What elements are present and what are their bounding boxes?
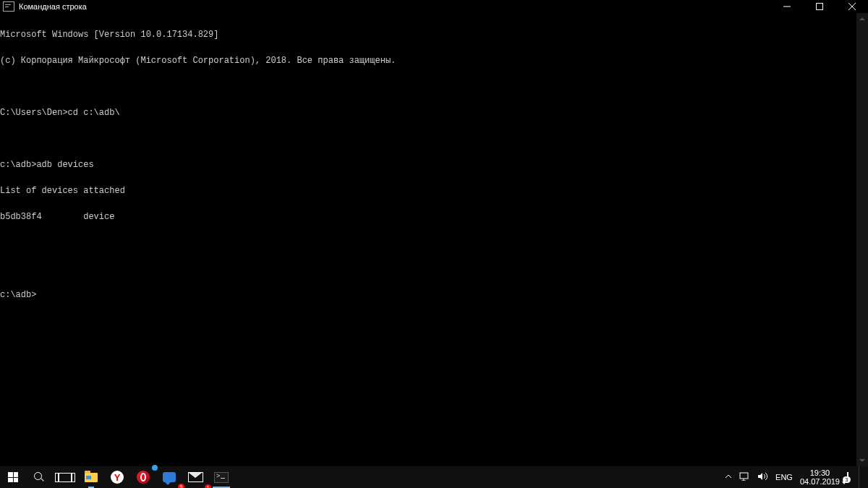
svg-marker-7 bbox=[758, 473, 762, 480]
clock-date: 04.07.2019 bbox=[800, 477, 840, 486]
terminal-line bbox=[0, 265, 856, 273]
tray-overflow-button[interactable] bbox=[725, 473, 732, 481]
terminal-line: List of devices attached bbox=[0, 187, 856, 195]
cmd-window: Командная строка Microsoft Windows [Vers… bbox=[0, 0, 868, 466]
volume-icon[interactable] bbox=[757, 472, 768, 482]
terminal-line bbox=[0, 82, 856, 91]
system-tray: ENG 19:30 04.07.2019 3 bbox=[720, 466, 868, 488]
yandex-icon: Y bbox=[111, 471, 124, 484]
close-button[interactable] bbox=[835, 0, 868, 13]
chevron-up-icon bbox=[725, 473, 732, 480]
taskbar-app-cmd[interactable] bbox=[208, 466, 234, 488]
titlebar[interactable]: Командная строка bbox=[0, 0, 868, 13]
start-button[interactable] bbox=[0, 466, 26, 488]
task-view-icon bbox=[59, 473, 72, 482]
network-icon[interactable] bbox=[739, 472, 750, 482]
search-icon bbox=[34, 472, 44, 482]
search-button[interactable] bbox=[26, 466, 52, 488]
window-controls bbox=[770, 0, 868, 13]
opera-icon bbox=[137, 471, 150, 484]
scroll-up-button[interactable] bbox=[856, 13, 868, 25]
maximize-button[interactable] bbox=[803, 0, 835, 13]
terminal-line bbox=[0, 134, 856, 143]
svg-rect-4 bbox=[740, 473, 748, 479]
task-view-button[interactable] bbox=[52, 466, 78, 488]
terminal-line: c:\adb>adb devices bbox=[0, 160, 856, 169]
terminal-line: b5db38f4 device bbox=[0, 213, 856, 221]
terminal-output[interactable]: Microsoft Windows [Version 10.0.17134.82… bbox=[0, 13, 856, 466]
window-title: Командная строка bbox=[19, 2, 87, 11]
terminal-line: Microsoft Windows [Version 10.0.17134.82… bbox=[0, 30, 856, 39]
taskbar: Y 9 1 ENG 19:30 04.07.2019 3 bbox=[0, 466, 868, 488]
action-center-badge: 3 bbox=[843, 476, 851, 483]
show-desktop-button[interactable] bbox=[859, 466, 864, 488]
taskbar-app-mail[interactable]: 1 bbox=[182, 466, 208, 488]
minimize-button[interactable] bbox=[770, 0, 803, 13]
terminal-line bbox=[0, 239, 856, 247]
chevron-down-icon bbox=[859, 459, 865, 462]
terminal-line: (c) Корпорация Майкрософт (Microsoft Cor… bbox=[0, 56, 856, 65]
windows-logo-icon bbox=[8, 472, 18, 482]
cmd-icon bbox=[214, 472, 229, 483]
taskbar-app-opera[interactable] bbox=[130, 466, 156, 488]
taskbar-app-chat[interactable]: 9 bbox=[156, 466, 182, 488]
clock-time: 19:30 bbox=[810, 468, 830, 477]
chevron-up-icon bbox=[859, 17, 865, 20]
taskbar-app-explorer[interactable] bbox=[78, 466, 104, 488]
clock[interactable]: 19:30 04.07.2019 bbox=[800, 468, 840, 486]
cmd-sysmenu-icon[interactable] bbox=[3, 1, 14, 12]
input-language[interactable]: ENG bbox=[775, 473, 793, 481]
action-center-button[interactable]: 3 bbox=[847, 473, 848, 481]
terminal-line: C:\Users\Den>cd c:\adb\ bbox=[0, 108, 856, 117]
mail-icon bbox=[188, 472, 203, 482]
folder-icon bbox=[85, 473, 98, 482]
svg-rect-1 bbox=[816, 4, 822, 10]
terminal-line: c:\adb> bbox=[0, 291, 856, 299]
vertical-scrollbar[interactable] bbox=[856, 13, 868, 466]
taskbar-app-yandex[interactable]: Y bbox=[104, 466, 130, 488]
chat-icon bbox=[163, 472, 176, 482]
scroll-down-button[interactable] bbox=[856, 455, 868, 466]
